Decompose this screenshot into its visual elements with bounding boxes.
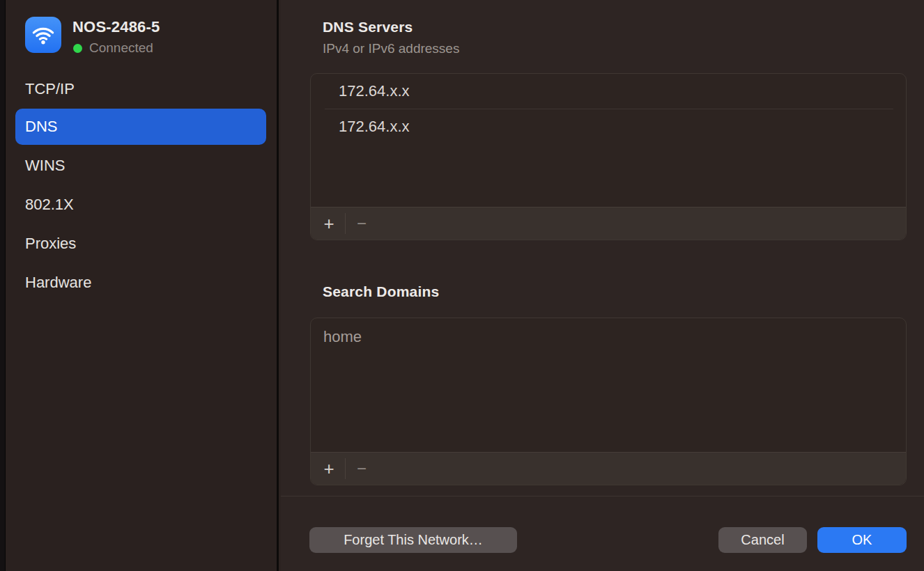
wifi-icon bbox=[25, 17, 61, 53]
sidebar-item-label: 802.1X bbox=[25, 196, 74, 214]
sidebar-item-label: TCP/IP bbox=[25, 80, 75, 98]
dns-server-value: 172.64.x.x bbox=[339, 82, 410, 100]
dns-servers-listbox: 172.64.x.x 172.64.x.x + − bbox=[310, 73, 907, 240]
main-pane: DNS Servers IPv4 or IPv6 addresses 172.6… bbox=[281, 0, 924, 571]
sidebar-item-label: WINS bbox=[25, 157, 65, 175]
add-search-domain-button[interactable]: + bbox=[318, 457, 340, 480]
connection-status: Connected bbox=[73, 40, 153, 56]
wifi-details-dialog: NOS-2486-5 Connected TCP/IP DNS WINS 802… bbox=[0, 0, 924, 571]
ok-button[interactable]: OK bbox=[817, 527, 907, 553]
sidebar-item-label: Proxies bbox=[25, 235, 76, 253]
remove-search-domain-button[interactable]: − bbox=[351, 457, 373, 480]
search-domain-value: home bbox=[323, 328, 362, 346]
sidebar: NOS-2486-5 Connected TCP/IP DNS WINS 802… bbox=[6, 0, 279, 571]
sidebar-item-proxies[interactable]: Proxies bbox=[15, 226, 266, 262]
toolbar-separator bbox=[345, 213, 346, 234]
sidebar-item-hardware[interactable]: Hardware bbox=[15, 265, 266, 301]
sidebar-item-8021x[interactable]: 802.1X bbox=[15, 187, 266, 223]
remove-dns-server-button[interactable]: − bbox=[351, 212, 373, 235]
network-name: NOS-2486-5 bbox=[72, 18, 160, 36]
search-domains-rows: home bbox=[311, 318, 906, 452]
toolbar-separator bbox=[345, 458, 346, 479]
footer-divider bbox=[281, 496, 924, 496]
sidebar-item-label: Hardware bbox=[25, 274, 91, 292]
dns-servers-subtitle: IPv4 or IPv6 addresses bbox=[323, 41, 459, 56]
sidebar-item-dns[interactable]: DNS bbox=[15, 109, 266, 145]
connected-dot-icon bbox=[73, 44, 82, 53]
dns-servers-title: DNS Servers bbox=[323, 19, 413, 36]
sidebar-item-tcpip[interactable]: TCP/IP bbox=[15, 71, 266, 107]
cancel-button[interactable]: Cancel bbox=[718, 527, 807, 553]
search-domain-row[interactable]: home bbox=[311, 318, 906, 356]
dns-servers-rows: 172.64.x.x 172.64.x.x bbox=[311, 74, 906, 207]
search-domains-toolbar: + − bbox=[311, 452, 906, 485]
dns-server-value: 172.64.x.x bbox=[339, 118, 410, 136]
sidebar-item-wins[interactable]: WINS bbox=[15, 148, 266, 184]
status-label: Connected bbox=[89, 40, 153, 56]
dns-server-row[interactable]: 172.64.x.x bbox=[311, 109, 906, 144]
add-dns-server-button[interactable]: + bbox=[318, 212, 340, 235]
search-domains-title: Search Domains bbox=[323, 283, 439, 300]
forget-network-button[interactable]: Forget This Network… bbox=[309, 527, 517, 553]
dns-servers-toolbar: + − bbox=[311, 207, 906, 240]
window-edge-strip bbox=[0, 0, 6, 571]
search-domains-listbox: home + − bbox=[310, 318, 907, 485]
dns-server-row[interactable]: 172.64.x.x bbox=[311, 74, 906, 109]
sidebar-item-label: DNS bbox=[25, 118, 57, 136]
